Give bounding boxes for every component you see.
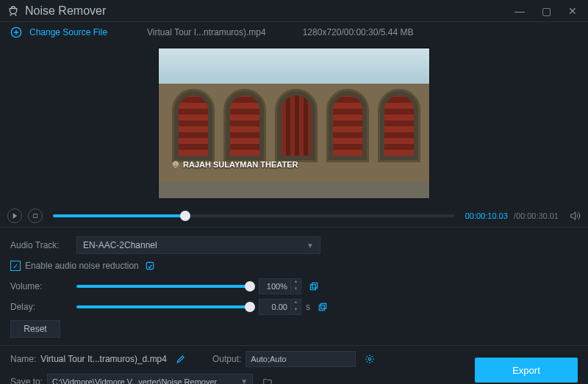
time-current: 00:00:10.03 (465, 211, 508, 220)
app-logo-icon (7, 5, 19, 17)
stop-button[interactable] (28, 209, 43, 223)
title-bar: Noise Remover — ▢ ✕ (0, 0, 588, 22)
audio-track-value: EN-AAC-2Channel (83, 240, 157, 250)
output-format-select[interactable]: Auto;Auto (245, 351, 356, 367)
source-bar: Change Source File Virtual Tour I...ntra… (0, 22, 588, 43)
timeline-slider[interactable] (53, 214, 455, 217)
maximize-button[interactable]: ▢ (538, 5, 554, 17)
audio-track-label: Audio Track: (10, 240, 76, 250)
delay-apply-all-icon[interactable] (318, 302, 328, 312)
output-bar: Name: Virtual Tour It...tramuros)_d.mp4 … (0, 346, 588, 384)
source-meta: 1280x720/00:00:30/5.44 MB (303, 27, 414, 37)
svg-point-1 (174, 163, 176, 165)
saveto-value: C:\Vidmore\Vidmore V...verter\Noise Remo… (52, 377, 217, 385)
minimize-button[interactable]: — (512, 5, 528, 17)
delay-step-up[interactable]: ▲ (291, 300, 301, 307)
delay-label: Delay: (10, 302, 76, 312)
settings-icon[interactable] (365, 354, 375, 364)
preview-caption: RAJAH SULAYMAN THEATER (172, 160, 298, 169)
chevron-down-icon: ▼ (240, 377, 248, 384)
chevron-down-icon: ▼ (306, 242, 314, 250)
enable-noise-reduction-label: Enable audio noise reduction (25, 261, 139, 271)
edit-name-icon[interactable] (176, 354, 186, 364)
svg-rect-3 (146, 262, 153, 269)
reset-button[interactable]: Reset (10, 320, 60, 338)
open-folder-icon[interactable] (262, 377, 273, 385)
play-button[interactable] (7, 209, 22, 223)
volume-field[interactable] (259, 282, 290, 291)
video-preview[interactable]: RAJAH SULAYMAN THEATER (158, 48, 430, 199)
delay-thumb[interactable] (245, 302, 255, 312)
svg-rect-4 (310, 285, 315, 290)
location-pin-icon (172, 161, 179, 168)
timeline-thumb[interactable] (180, 211, 190, 221)
time-duration: /00:00:30.01 (514, 211, 559, 220)
output-name-label: Name: (10, 354, 36, 364)
output-format-label: Output: (212, 354, 241, 364)
volume-label: Volume: (10, 281, 76, 291)
change-source-link[interactable]: Change Source File (29, 27, 107, 37)
volume-step-down[interactable]: ▼ (291, 286, 301, 294)
delay-slider[interactable] (76, 305, 250, 308)
delay-unit: s (306, 302, 310, 312)
preview-caption-text: RAJAH SULAYMAN THEATER (183, 160, 298, 169)
svg-rect-6 (319, 305, 324, 311)
noise-reduction-icon[interactable] (145, 261, 155, 271)
volume-step-up[interactable]: ▲ (291, 279, 301, 286)
saveto-label: Save to: (10, 377, 43, 385)
volume-icon[interactable] (569, 210, 581, 222)
video-preview-area: RAJAH SULAYMAN THEATER (0, 43, 588, 204)
export-button[interactable]: Export (475, 358, 578, 383)
svg-rect-5 (312, 283, 318, 288)
playback-controls: 00:00:10.03/00:00:30.01 (0, 204, 588, 228)
app-title: Noise Remover (25, 4, 106, 18)
delay-field[interactable] (259, 303, 290, 311)
volume-input[interactable]: ▲▼ (259, 278, 301, 294)
audio-track-select[interactable]: EN-AAC-2Channel ▼ (76, 236, 320, 254)
saveto-select[interactable]: C:\Vidmore\Vidmore V...verter\Noise Remo… (47, 374, 253, 385)
volume-slider[interactable] (76, 285, 250, 288)
source-filename: Virtual Tour I...ntramuros).mp4 (147, 27, 266, 37)
close-button[interactable]: ✕ (564, 5, 581, 17)
volume-apply-all-icon[interactable] (309, 281, 319, 291)
svg-rect-7 (321, 303, 326, 308)
settings-panel: Audio Track: EN-AAC-2Channel ▼ ✓ Enable … (0, 228, 588, 346)
output-name-value: Virtual Tour It...tramuros)_d.mp4 (40, 354, 167, 364)
output-format-value: Auto;Auto (251, 355, 286, 363)
volume-thumb[interactable] (245, 281, 255, 291)
svg-point-8 (369, 358, 372, 361)
svg-rect-2 (34, 214, 37, 217)
enable-noise-reduction-checkbox[interactable]: ✓ (10, 261, 21, 271)
add-icon[interactable] (10, 26, 22, 38)
delay-step-down[interactable]: ▼ (291, 307, 301, 314)
delay-input[interactable]: ▲▼ (259, 299, 301, 315)
